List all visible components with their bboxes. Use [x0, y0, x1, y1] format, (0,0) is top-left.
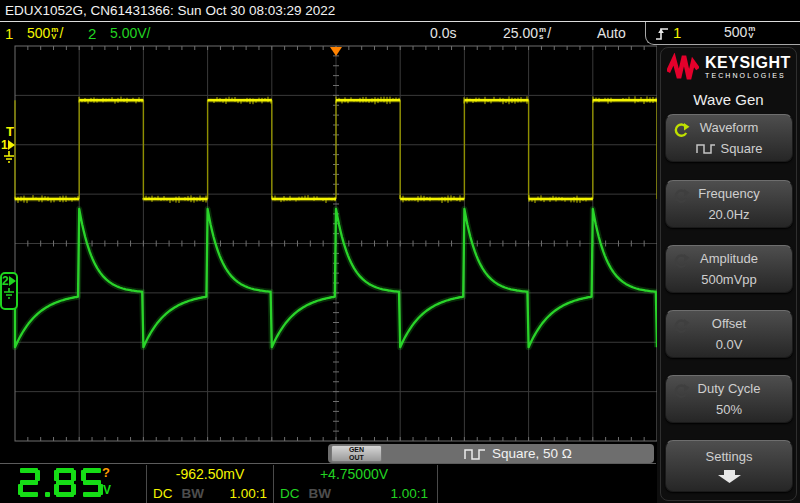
ch2-coupling: DC [280, 486, 300, 501]
gen-out-bar: GENOUT Square, 50 Ω [328, 444, 654, 463]
brand-subtitle: TECHNOLOGIES [705, 71, 791, 80]
dvm-unit-label: V [103, 483, 111, 497]
ch1-info-section[interactable]: -962.50mV DC BW 1.00:1 [147, 464, 273, 503]
dvm-seven-segment-value [0, 464, 146, 503]
softkey-duty-cycle[interactable]: Duty Cycle 50% [665, 375, 793, 423]
trigger-status-box[interactable]: 1 500mV [645, 22, 800, 45]
gen-out-button[interactable]: GENOUT [331, 445, 382, 462]
trigger-source: 1 [673, 22, 681, 43]
mv-unit-glyph: mV [51, 26, 58, 40]
dvm-readout[interactable]: ? V [0, 464, 146, 503]
keysight-logo: KEYSIGHT TECHNOLOGIES [667, 53, 791, 81]
brand-name: KEYSIGHT [705, 55, 791, 71]
ch2-bw-limit: BW [309, 486, 332, 501]
ch2-ground-icon [3, 288, 15, 301]
oscilloscope-screen: EDUX1052G, CN61431366: Sun Oct 30 08:03:… [0, 0, 800, 503]
softkey-frequency[interactable]: Frequency 20.0Hz [665, 180, 793, 228]
ch1-scale[interactable]: 500mV/ [27, 23, 63, 44]
ch2-probe-ratio: 1.00:1 [390, 486, 428, 501]
down-arrow-icon [717, 470, 742, 484]
ch2-scale[interactable]: 5.00V/ [110, 23, 150, 44]
square-wave-icon [696, 143, 716, 154]
ch1-ground-marker[interactable]: 1 [1, 139, 15, 151]
delay-readout[interactable]: 0.0s [430, 23, 456, 44]
ch1-measurement-value: -962.50mV [147, 466, 273, 482]
menu-title: Wave Gen [657, 91, 800, 108]
title-text: EDUX1052G, CN61431366: Sun Oct 30 08:03:… [5, 3, 335, 18]
divider [437, 465, 438, 503]
ch2-ground-marker[interactable]: 2 [0, 272, 18, 310]
status-bar: 1 500mV/ 2 5.00V/ 0.0s 25.00ms/ Auto 1 5… [0, 22, 800, 45]
ch1-coupling: DC [153, 486, 173, 501]
measurement-bar: ? V -962.50mV DC BW 1.00:1 +4.75000V DC … [0, 463, 656, 503]
ch2-info-section[interactable]: +4.75000V DC BW 1.00:1 [274, 464, 434, 503]
timebase-readout[interactable]: 25.00ms/ [503, 23, 551, 44]
ch1-probe-ratio: 1.00:1 [229, 486, 267, 501]
trigger-level-marker[interactable]: T [6, 126, 14, 138]
ch2-number[interactable]: 2 [88, 23, 96, 44]
softkey-settings[interactable]: Settings [665, 440, 793, 492]
ch2-measurement-value: +4.75000V [274, 466, 434, 482]
softkey-offset[interactable]: Offset 0.0V [665, 310, 793, 358]
keysight-spark-icon [667, 53, 699, 81]
graticule-and-traces [0, 45, 657, 463]
softkey-waveform[interactable]: Waveform Square [665, 114, 793, 162]
ch1-number[interactable]: 1 [5, 23, 13, 44]
title-bar: EDUX1052G, CN61431366: Sun Oct 30 08:03:… [0, 0, 800, 22]
ch1-marker-arrow-icon [8, 140, 15, 150]
acquisition-mode[interactable]: Auto [597, 23, 626, 44]
ch2-marker-arrow-icon [9, 276, 16, 286]
ch1-ground-icon [3, 151, 15, 164]
softkey-amplitude[interactable]: Amplitude 500mVpp [665, 245, 793, 293]
waveform-display-area: T 1 2 GENOUT Square, 50 [0, 45, 657, 463]
trigger-level: 500mV [724, 22, 756, 43]
square-wave-icon [464, 448, 486, 460]
ms-unit-glyph: ms [539, 26, 546, 40]
gen-output-description: Square, 50 Ω [382, 446, 654, 461]
dvm-questionable-flag: ? [102, 465, 110, 480]
ch1-bw-limit: BW [182, 486, 205, 501]
mv-unit-glyph: mV [748, 25, 755, 39]
softkey-sidebar: KEYSIGHT TECHNOLOGIES Wave Gen Waveform … [657, 45, 800, 503]
rising-edge-icon [655, 26, 669, 41]
